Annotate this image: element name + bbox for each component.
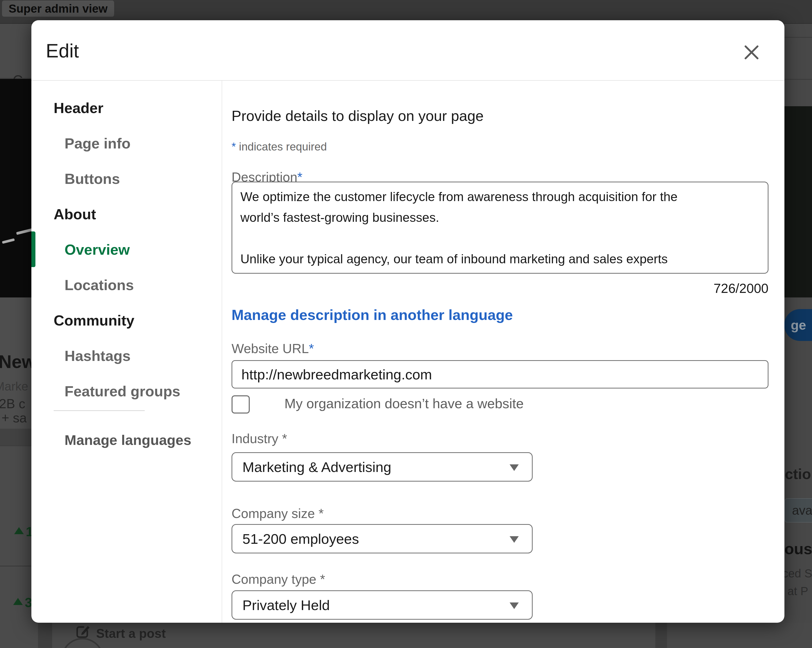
required-note-text: indicates required — [239, 140, 327, 153]
sidebar-item-overview[interactable]: Overview — [31, 232, 222, 267]
background-tagline-fragment: Marke — [0, 380, 28, 393]
sidebar-item-label: Overview — [64, 241, 130, 258]
chevron-down-icon — [510, 602, 519, 609]
pencil-icon — [76, 624, 91, 638]
sidebar-item-label: Featured groups — [64, 383, 180, 399]
modal-sidebar: Header Page info Buttons About Overview … — [31, 90, 222, 457]
screen: Super admin view C New Marke 2B c + sa 1… — [0, 0, 812, 648]
sidebar-item-community[interactable]: Community — [31, 302, 222, 338]
background-followers-fragment: 2B c — [0, 396, 25, 411]
no-website-checkbox[interactable] — [232, 395, 250, 413]
divider — [31, 80, 785, 81]
sidebar-item-about[interactable]: About — [31, 196, 222, 232]
background-page-name-fragment: New — [0, 352, 36, 371]
background-stat-fragment: 3 — [25, 596, 32, 609]
manage-language-link[interactable]: Manage description in another language — [232, 308, 513, 322]
sidebar-item-label: Hashtags — [64, 347, 131, 364]
company-size-label: Company size * — [232, 507, 324, 520]
background-card-edge — [0, 623, 38, 648]
form-heading: Provide details to display on your page — [232, 106, 484, 125]
divider — [785, 37, 812, 38]
sidebar-item-page-info[interactable]: Page info — [31, 125, 222, 161]
background-blue-button-label: ge — [785, 317, 806, 332]
sidebar-item-locations[interactable]: Locations — [31, 267, 222, 302]
trend-up-icon — [14, 527, 24, 534]
background-right-rail: ge ctio avai ous ced S at P — [785, 24, 812, 623]
description-textarea[interactable]: We optimize the customer lifecycle from … — [232, 181, 768, 274]
background-right-image — [785, 106, 812, 297]
close-button[interactable] — [735, 36, 768, 69]
background-right-heading-fragment: ctio — [785, 466, 811, 482]
background-rail-card — [667, 623, 812, 648]
industry-select[interactable]: Marketing & Advertising — [232, 452, 533, 482]
background-right-chip-label: avai — [785, 503, 812, 518]
background-right-line2-fragment: at P — [788, 585, 808, 598]
super-admin-badge-label: Super admin view — [9, 2, 108, 15]
required-asterisk: * — [309, 341, 314, 356]
background-cta-fragment: + sa — [2, 411, 27, 425]
chevron-down-icon — [510, 464, 519, 471]
start-post-label: Start a post — [96, 627, 166, 640]
website-url-value: http://newbreedmarketing.com — [241, 366, 432, 383]
character-counter: 726/2000 — [714, 282, 768, 295]
industry-label: Industry * — [232, 432, 287, 445]
chevron-down-icon — [510, 536, 519, 543]
company-size-value: 51-200 employees — [243, 531, 359, 547]
website-url-input[interactable]: http://newbreedmarketing.com — [232, 360, 768, 389]
edit-modal: Edit Header Page info Buttons About — [31, 20, 785, 623]
sidebar-item-hashtags[interactable]: Hashtags — [31, 338, 222, 373]
modal-title: Edit — [46, 37, 79, 65]
company-type-value: Privately Held — [243, 597, 330, 613]
company-size-select[interactable]: 51-200 employees — [232, 524, 533, 553]
background-right-name-fragment: ous — [785, 540, 812, 558]
background-right-chip-fragment: avai — [785, 498, 812, 523]
sidebar-item-label: Community — [53, 312, 134, 329]
required-asterisk: * — [282, 431, 287, 446]
sidebar-item-label: Header — [53, 99, 104, 116]
background-right-line1-fragment: ced S — [785, 567, 812, 580]
divider — [222, 81, 222, 623]
sidebar-item-header[interactable]: Header — [31, 90, 222, 125]
divider — [53, 410, 145, 411]
sidebar-item-manage-languages[interactable]: Manage languages — [31, 422, 222, 457]
close-icon — [743, 44, 760, 61]
sidebar-item-label: Buttons — [64, 170, 120, 187]
sidebar-item-featured-groups[interactable]: Featured groups — [31, 373, 222, 409]
sidebar-item-label: Manage languages — [64, 432, 191, 448]
sidebar-item-buttons[interactable]: Buttons — [31, 161, 222, 196]
company-type-label: Company type * — [232, 573, 325, 586]
industry-label-text: Industry — [232, 431, 278, 446]
required-asterisk: * — [319, 506, 324, 521]
industry-value: Marketing & Advertising — [243, 459, 391, 475]
company-type-select[interactable]: Privately Held — [232, 590, 533, 620]
no-website-checkbox-label[interactable]: My organization doesn’t have a website — [284, 396, 524, 411]
sidebar-item-label: Page info — [64, 135, 131, 152]
super-admin-badge: Super admin view — [2, 0, 114, 17]
trend-up-icon — [13, 598, 23, 605]
sidebar-item-label: About — [53, 206, 96, 223]
cover-decor-dash — [16, 228, 33, 235]
required-asterisk: * — [320, 572, 325, 587]
divider — [785, 79, 812, 80]
required-asterisk: * — [232, 140, 236, 153]
cover-decor-dash — [2, 238, 15, 244]
website-url-label: Website URL* — [232, 342, 314, 355]
website-url-label-text: Website URL — [232, 341, 309, 356]
sidebar-item-label: Locations — [64, 276, 134, 293]
company-size-label-text: Company size — [232, 506, 315, 521]
background-blue-button-fragment: ge — [785, 309, 812, 341]
required-note: * indicates required — [232, 140, 327, 153]
company-type-label-text: Company type — [232, 572, 316, 587]
